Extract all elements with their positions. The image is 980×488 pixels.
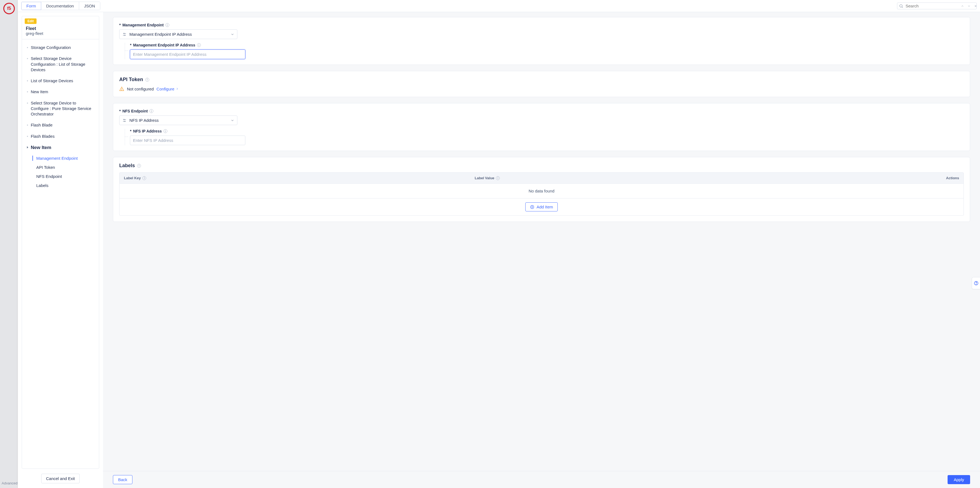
api-token-status-text: Not configured	[127, 87, 154, 91]
svg-point-19	[121, 90, 122, 90]
search-next-icon[interactable]	[967, 4, 972, 8]
object-name: greg-fleet	[26, 31, 95, 36]
outline-subitem-labels[interactable]: Labels	[24, 181, 97, 190]
swap-icon	[122, 118, 127, 123]
modal-search[interactable]	[897, 3, 977, 10]
management-endpoint-type-value: Management Endpoint IP Address	[129, 32, 192, 37]
nfs-endpoint-type-select[interactable]: NFS IP Address	[119, 115, 237, 125]
labels-card: Labels i Label Keyi Label Valuei Actions…	[113, 157, 970, 222]
management-endpoint-ip-label: Management Endpoint IP Address i	[130, 43, 964, 47]
plus-circle-icon	[530, 205, 535, 209]
search-close-icon[interactable]	[973, 4, 978, 8]
labels-heading: Labels i	[119, 163, 964, 169]
outline-footer: Cancel and Exit	[22, 469, 99, 488]
outline-item[interactable]: New Item	[24, 86, 97, 97]
info-icon[interactable]: i	[150, 109, 153, 113]
nfs-ip-label: NFS IP Address i	[130, 129, 964, 133]
outline-panel: Edit Fleet greg-fleet Storage Configurat…	[18, 12, 103, 488]
outline-item-current[interactable]: New Item	[24, 142, 97, 154]
management-endpoint-ip-input[interactable]	[130, 49, 245, 59]
info-icon[interactable]: i	[165, 23, 169, 27]
management-endpoint-nested: Management Endpoint IP Address i	[125, 43, 964, 59]
outline-subitem-nfs-endpoint[interactable]: NFS Endpoint	[24, 172, 97, 181]
info-icon[interactable]: i	[197, 43, 201, 47]
outline-item[interactable]: Select Storage Device to Configure : Pur…	[24, 97, 97, 120]
labels-col-actions: Actions	[946, 176, 959, 180]
chevron-down-icon	[231, 32, 234, 36]
nfs-endpoint-nested: NFS IP Address i	[125, 129, 964, 145]
labels-empty-state: No data found	[119, 183, 964, 198]
svg-point-18	[900, 5, 902, 7]
tab-json[interactable]: JSON	[79, 2, 100, 10]
info-icon[interactable]: i	[142, 176, 146, 180]
info-icon[interactable]: i	[145, 78, 149, 82]
outline-subitem-api-token[interactable]: API Token	[24, 163, 97, 172]
labels-col-key: Label Key	[124, 176, 141, 180]
back-button[interactable]: Back	[113, 475, 132, 484]
search-input[interactable]	[905, 3, 958, 8]
outline-item[interactable]: Flash Blade	[24, 120, 97, 131]
edit-modal: Form Documentation JSON Edit Fleet greg-…	[18, 0, 980, 488]
info-icon[interactable]: i	[137, 164, 141, 168]
labels-table-header: Label Keyi Label Valuei Actions	[119, 172, 964, 183]
api-token-status-row: Not configured Configure	[119, 86, 964, 91]
mode-badge: Edit	[25, 18, 37, 24]
management-endpoint-label: Management Endpoint i	[119, 23, 964, 27]
add-label-button[interactable]: Add Item	[525, 203, 558, 211]
nfs-endpoint-type-value: NFS IP Address	[129, 118, 159, 123]
api-token-heading: API Token i	[119, 77, 964, 83]
labels-add-row: Add Item	[119, 198, 964, 215]
nfs-ip-input[interactable]	[130, 136, 245, 145]
outline-list: Storage Configuration Select Storage Dev…	[22, 39, 99, 194]
view-mode-segmented: Form Documentation JSON	[21, 2, 100, 10]
api-token-card: API Token i Not configured Configure	[113, 71, 970, 97]
outline-item[interactable]: Storage Configuration	[24, 42, 97, 53]
info-icon[interactable]: i	[164, 129, 167, 133]
svg-point-22	[976, 284, 976, 284]
form-footer: Back Apply	[103, 471, 980, 488]
info-icon[interactable]: i	[496, 176, 500, 180]
outline-item[interactable]: List of Storage Devices	[24, 75, 97, 86]
apply-button[interactable]: Apply	[948, 475, 970, 484]
labels-col-value: Label Value	[475, 176, 495, 180]
tab-form[interactable]: Form	[21, 2, 41, 10]
search-icon	[899, 4, 904, 8]
outline-card: Edit Fleet greg-fleet Storage Configurat…	[22, 16, 99, 469]
outline-subitem-management-endpoint[interactable]: Management Endpoint	[24, 154, 97, 163]
management-endpoint-card: Management Endpoint i Management Endpoin…	[113, 17, 970, 65]
help-icon	[974, 281, 978, 285]
outline-item[interactable]: Select Storage Device Configuration : Li…	[24, 53, 97, 75]
nfs-endpoint-label: NFS Endpoint i	[119, 109, 964, 113]
nfs-endpoint-card: NFS Endpoint i NFS IP Address	[113, 103, 970, 151]
api-token-configure-link[interactable]: Configure	[157, 87, 179, 91]
modal-topbar: Form Documentation JSON	[18, 0, 980, 12]
swap-icon	[122, 32, 127, 37]
cancel-and-exit-button[interactable]: Cancel and Exit	[41, 474, 80, 483]
search-prev-icon[interactable]	[960, 4, 965, 8]
help-fab[interactable]	[972, 277, 980, 289]
outline-item[interactable]: Flash Blades	[24, 131, 97, 142]
warning-icon	[119, 86, 124, 91]
object-kind: Fleet	[26, 26, 95, 31]
form-scroll-area[interactable]: Management Endpoint i Management Endpoin…	[103, 12, 980, 471]
chevron-down-icon	[231, 118, 234, 122]
management-endpoint-type-select[interactable]: Management Endpoint IP Address	[119, 29, 237, 39]
tab-documentation[interactable]: Documentation	[41, 2, 79, 10]
